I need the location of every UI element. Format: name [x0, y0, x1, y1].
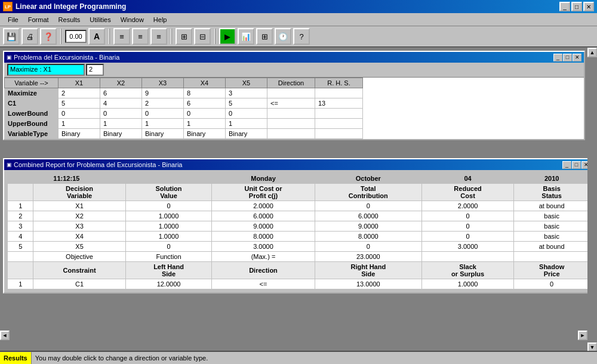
- cell-maximize-x4[interactable]: 8: [184, 88, 226, 98]
- con-row1-shadow: 0: [514, 279, 590, 289]
- question-button[interactable]: ?: [293, 28, 310, 45]
- cell-ub-x3[interactable]: 1: [142, 119, 184, 129]
- report-col-reducedcost: ReducedCost: [421, 184, 513, 201]
- cell-c1-rhs[interactable]: 13: [315, 98, 363, 109]
- obj-function: Function: [125, 252, 212, 262]
- problem-minimize-button[interactable]: _: [553, 54, 562, 61]
- cell-lb-dir: [267, 109, 315, 119]
- report-row4-unit: 8.0000: [212, 232, 315, 242]
- cell-c1-x1[interactable]: 5: [59, 98, 100, 109]
- report-time: 11:12:15: [8, 174, 126, 184]
- report-row5-sol: 0: [125, 242, 212, 252]
- menu-window[interactable]: Window: [116, 15, 149, 24]
- cell-c1-x3[interactable]: 2: [142, 98, 184, 109]
- cell-vt-x5[interactable]: Binary: [226, 129, 267, 139]
- run-button[interactable]: ▶: [219, 28, 236, 45]
- window-controls[interactable]: _ □ ✕: [559, 2, 594, 11]
- scroll-track-v[interactable]: [587, 57, 597, 343]
- cell-ub-x1[interactable]: 1: [59, 119, 100, 129]
- report-date-row: 11:12:15 Monday October 04 2010: [8, 174, 590, 184]
- col-header-label: Variable -->: [5, 78, 59, 88]
- cell-lb-x5[interactable]: 0: [226, 109, 267, 119]
- constraint-row: 1 C1 12.0000 <= 13.0000 1.0000 0: [8, 279, 590, 289]
- cell-c1-x5[interactable]: 5: [226, 98, 267, 109]
- menu-help[interactable]: Help: [149, 15, 172, 24]
- table-row: LowerBound 0 0 0 0 0: [5, 109, 363, 119]
- report-daynum: 04: [421, 174, 513, 184]
- report-row4-sol: 1.0000: [125, 232, 212, 242]
- report-minimize-button[interactable]: _: [562, 161, 571, 169]
- menu-file[interactable]: File: [3, 15, 23, 24]
- cell-lb-x3[interactable]: 0: [142, 109, 184, 119]
- report-row2-unit: 6.0000: [212, 211, 315, 221]
- formula-label[interactable]: Maximize : X1: [7, 64, 85, 76]
- cell-c1-x2[interactable]: 4: [100, 98, 142, 109]
- maximize-button[interactable]: □: [571, 2, 582, 11]
- minimize-button[interactable]: _: [559, 2, 570, 11]
- problem-window: ▣ Problema del Excursionista - Binaria _…: [3, 51, 585, 140]
- scroll-right-button[interactable]: ►: [578, 331, 587, 340]
- obj-empty2: [421, 252, 513, 262]
- cell-lb-x1[interactable]: 0: [59, 109, 100, 119]
- row-label-c1[interactable]: C1: [5, 98, 59, 109]
- cell-vt-x4[interactable]: Binary: [184, 129, 226, 139]
- report-row5-num: 5: [8, 242, 33, 252]
- con-row1-name: C1: [33, 279, 125, 289]
- cell-lb-x2[interactable]: 0: [100, 109, 142, 119]
- row-label-upperbound[interactable]: UpperBound: [5, 119, 59, 129]
- cell-maximize-rhs[interactable]: [315, 88, 363, 98]
- scroll-up-button[interactable]: ▲: [587, 48, 597, 57]
- align-right-button[interactable]: ≡: [150, 28, 167, 45]
- cell-c1-dir[interactable]: <=: [267, 98, 315, 109]
- report-maximize-button[interactable]: □: [572, 161, 581, 169]
- report-col-basistatus: BasisStatus: [514, 184, 590, 201]
- row-label-vartype[interactable]: VariableType: [5, 129, 59, 139]
- scroll-track-h[interactable]: [10, 331, 578, 340]
- report-row4-basis: basic: [514, 232, 590, 242]
- menu-utilities[interactable]: Utilities: [85, 15, 115, 24]
- menu-results[interactable]: Results: [54, 15, 85, 24]
- report-col-solval: SolutionValue: [125, 184, 212, 201]
- row-label-lowerbound[interactable]: LowerBound: [5, 109, 59, 119]
- problem-close-button[interactable]: ✕: [573, 54, 581, 61]
- delete-col-button[interactable]: ⊟: [194, 28, 211, 45]
- cell-vt-x3[interactable]: Binary: [142, 129, 184, 139]
- cell-vt-x1[interactable]: Binary: [59, 129, 100, 139]
- cell-vt-x2[interactable]: Binary: [100, 129, 142, 139]
- cell-ub-x2[interactable]: 1: [100, 119, 142, 129]
- formula-value[interactable]: 2: [86, 64, 104, 76]
- font-button[interactable]: A: [88, 28, 105, 45]
- row-label-maximize[interactable]: Maximize: [5, 88, 59, 98]
- cell-c1-x4[interactable]: 6: [184, 98, 226, 109]
- horizontal-scrollbar[interactable]: ◄ ►: [0, 331, 587, 340]
- cell-ub-x4[interactable]: 1: [184, 119, 226, 129]
- con-row1-lhs: 12.0000: [125, 279, 212, 289]
- chart-button[interactable]: 📊: [238, 28, 254, 45]
- cell-maximize-x1[interactable]: 2: [59, 88, 100, 98]
- save-button[interactable]: 💾: [3, 28, 20, 45]
- cell-lb-x4[interactable]: 0: [184, 109, 226, 119]
- cell-ub-x5[interactable]: 1: [226, 119, 267, 129]
- problem-maximize-button[interactable]: □: [563, 54, 572, 61]
- grid-button[interactable]: ⊞: [256, 28, 273, 45]
- menu-format[interactable]: Format: [23, 15, 54, 24]
- align-center-button[interactable]: ≡: [132, 28, 149, 45]
- report-row4-var: X4: [33, 232, 125, 242]
- objective-row: Objective Function (Max.) = 23.0000: [8, 252, 590, 262]
- scroll-left-button[interactable]: ◄: [0, 331, 10, 340]
- cell-maximize-x5[interactable]: 3: [226, 88, 267, 98]
- align-left-button[interactable]: ≡: [113, 28, 130, 45]
- report-row3-reduced: 0: [421, 221, 513, 232]
- cell-maximize-x3[interactable]: 9: [142, 88, 184, 98]
- report-row3-var: X3: [33, 221, 125, 232]
- print-button[interactable]: 🖨: [21, 28, 38, 45]
- clock-button[interactable]: 🕐: [275, 28, 291, 45]
- help-button[interactable]: ❓: [40, 28, 57, 45]
- table-row: 2 X2 1.0000 6.0000 6.0000 0 basic: [8, 211, 590, 221]
- cell-maximize-x2[interactable]: 6: [100, 88, 142, 98]
- insert-col-button[interactable]: ⊞: [176, 28, 192, 45]
- cell-maximize-dir[interactable]: [267, 88, 315, 98]
- table-row: 3 X3 1.0000 9.0000 9.0000 0 basic: [8, 221, 590, 232]
- close-button[interactable]: ✕: [583, 2, 594, 11]
- vertical-scrollbar[interactable]: ▲ ▼: [587, 48, 597, 352]
